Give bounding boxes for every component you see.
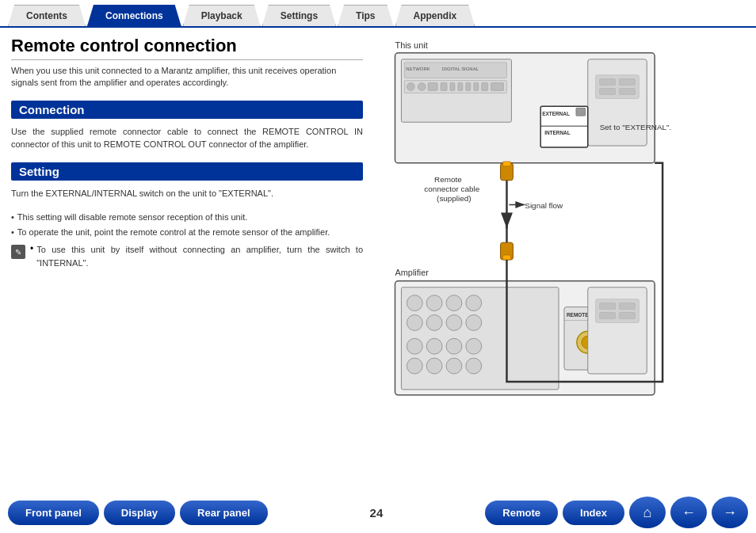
svg-text:Remote: Remote xyxy=(434,175,462,184)
svg-rect-69 xyxy=(619,313,635,319)
home-button[interactable]: ⌂ xyxy=(629,497,666,528)
rear-panel-button[interactable]: Rear panel xyxy=(180,501,267,525)
bottom-navigation: Front panel Display Rear panel 24 Remote… xyxy=(0,492,756,533)
svg-text:Amplifier: Amplifier xyxy=(395,268,429,277)
svg-rect-22 xyxy=(619,89,635,95)
svg-point-51 xyxy=(426,338,442,354)
svg-rect-65 xyxy=(596,299,640,323)
note-text: To use this unit by itself without conne… xyxy=(36,243,363,269)
svg-point-55 xyxy=(426,358,442,374)
bullet-text-2: To operate the unit, point the remote co… xyxy=(17,226,330,239)
svg-text:connector cable: connector cable xyxy=(424,185,479,193)
tab-settings[interactable]: Settings xyxy=(262,5,336,26)
back-button[interactable]: ← xyxy=(670,497,707,528)
remote-button[interactable]: Remote xyxy=(485,501,558,525)
page-subtitle: When you use this unit connected to a Ma… xyxy=(11,65,363,89)
tab-appendix[interactable]: Appendix xyxy=(395,5,475,26)
bullet-list: • This setting will disable remote senso… xyxy=(11,211,363,238)
right-panel: This unit NETWORK DIGITAL SIGNAL xyxy=(376,36,745,484)
svg-rect-10 xyxy=(441,83,447,91)
svg-point-57 xyxy=(466,358,482,374)
svg-rect-21 xyxy=(600,89,616,95)
svg-point-8 xyxy=(418,83,426,91)
svg-rect-12 xyxy=(458,83,463,91)
svg-point-49 xyxy=(466,315,482,331)
svg-point-42 xyxy=(407,295,422,311)
svg-point-54 xyxy=(407,358,422,374)
svg-rect-36 xyxy=(503,162,511,166)
svg-rect-66 xyxy=(600,303,616,310)
tab-playback[interactable]: Playback xyxy=(183,5,261,26)
tab-tips[interactable]: Tips xyxy=(338,5,393,26)
svg-point-53 xyxy=(466,338,482,354)
setting-section-header: Setting xyxy=(11,162,363,181)
main-content: Remote control connection When you use t… xyxy=(0,28,756,487)
svg-text:This unit: This unit xyxy=(395,40,427,50)
svg-point-44 xyxy=(446,295,462,311)
svg-rect-67 xyxy=(619,303,635,310)
svg-point-48 xyxy=(446,315,462,331)
svg-text:(supplied): (supplied) xyxy=(437,194,472,203)
svg-rect-15 xyxy=(482,83,488,91)
bullet-text-1: This setting will disable remote sensor … xyxy=(17,211,247,224)
front-panel-button[interactable]: Front panel xyxy=(8,501,99,525)
svg-rect-16 xyxy=(491,83,504,91)
svg-text:INTERNAL: INTERNAL xyxy=(544,130,571,135)
index-button[interactable]: Index xyxy=(563,501,624,525)
svg-point-56 xyxy=(446,358,462,374)
svg-rect-13 xyxy=(466,83,471,91)
svg-rect-11 xyxy=(450,83,455,91)
diagram-container: This unit NETWORK DIGITAL SIGNAL xyxy=(376,36,745,484)
bullet-item-2: • To operate the unit, point the remote … xyxy=(11,226,363,239)
svg-text:Set to "EXTERNAL".: Set to "EXTERNAL". xyxy=(600,123,672,131)
display-button[interactable]: Display xyxy=(104,501,175,525)
svg-rect-17 xyxy=(588,59,647,146)
svg-text:EXTERNAL: EXTERNAL xyxy=(542,111,570,116)
page-title: Remote control connection xyxy=(11,36,363,60)
note-box: ✎ • To use this unit by itself without c… xyxy=(11,243,363,271)
setting-intro: Turn the EXTERNAL/INTERNAL switch on the… xyxy=(11,187,363,200)
svg-rect-18 xyxy=(596,75,640,99)
svg-text:Signal flow: Signal flow xyxy=(525,201,563,210)
forward-button[interactable]: → xyxy=(712,497,748,528)
left-panel: Remote control connection When you use t… xyxy=(11,36,376,484)
svg-rect-9 xyxy=(428,83,437,91)
svg-rect-20 xyxy=(619,79,635,86)
page-number: 24 xyxy=(273,506,481,520)
svg-point-47 xyxy=(426,315,442,331)
svg-text:NETWORK: NETWORK xyxy=(406,67,430,71)
svg-point-46 xyxy=(407,315,422,331)
tab-connections[interactable]: Connections xyxy=(87,5,181,26)
svg-rect-68 xyxy=(600,313,616,319)
svg-point-43 xyxy=(426,295,442,311)
svg-rect-14 xyxy=(474,83,479,91)
bullet-item-1: • This setting will disable remote senso… xyxy=(11,211,363,224)
svg-point-52 xyxy=(446,338,462,354)
tab-contents[interactable]: Contents xyxy=(8,5,86,26)
top-navigation: Contents Connections Playback Settings T… xyxy=(0,0,756,28)
connection-text: Use the supplied remote connector cable … xyxy=(11,125,363,151)
pencil-icon: ✎ xyxy=(11,245,25,259)
svg-point-45 xyxy=(466,295,482,311)
svg-point-50 xyxy=(407,338,422,354)
svg-rect-19 xyxy=(600,79,616,86)
svg-point-7 xyxy=(407,83,414,91)
connection-diagram: This unit NETWORK DIGITAL SIGNAL xyxy=(376,36,745,484)
svg-text:DIGITAL SIGNAL: DIGITAL SIGNAL xyxy=(442,67,479,71)
connection-section-header: Connection xyxy=(11,101,363,119)
svg-rect-38 xyxy=(503,255,511,260)
note-item: • To use this unit by itself without con… xyxy=(30,243,363,269)
svg-rect-27 xyxy=(576,108,586,116)
